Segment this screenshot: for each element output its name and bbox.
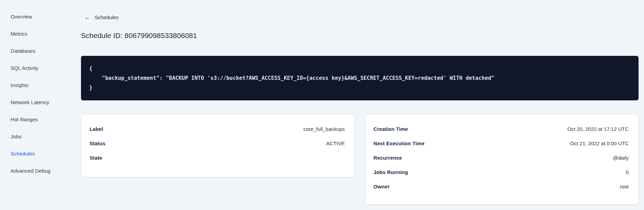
sidebar: Overview Metrics Databases SQL Activity …: [0, 0, 68, 210]
schedule-info-card: Label core_full_backups Status ACTIVE St…: [81, 114, 355, 177]
schedule-definition-code-block: { "backup_statement": "BACKUP INTO 's3:/…: [81, 56, 639, 100]
detail-label: Creation Time: [374, 126, 408, 132]
detail-label: Recurrence: [374, 155, 402, 161]
arrow-left-icon: ←: [84, 14, 90, 20]
sidebar-item-databases[interactable]: Databases: [0, 42, 68, 59]
sidebar-item-network-latency[interactable]: Network Latency: [0, 94, 68, 111]
detail-label: State: [90, 155, 102, 161]
detail-row-state: State: [90, 150, 345, 165]
sidebar-item-advanced-debug[interactable]: Advanced Debug: [0, 162, 68, 179]
detail-label: Jobs Running: [374, 169, 408, 175]
detail-label: Next Execution Time: [374, 140, 425, 146]
detail-row-next-execution-time: Next Execution Time Oct 21, 2022 at 0:00…: [374, 136, 629, 150]
detail-value: 0: [626, 169, 629, 175]
sidebar-item-schedules[interactable]: Schedules: [0, 145, 68, 162]
detail-value: Oct 20, 2022 at 17:12 UTC: [567, 126, 629, 132]
sidebar-item-metrics[interactable]: Metrics: [0, 25, 68, 42]
back-link-label: Schedules: [95, 14, 119, 20]
detail-label: Label: [90, 126, 103, 132]
detail-row-creation-time: Creation Time Oct 20, 2022 at 17:12 UTC: [374, 122, 629, 136]
detail-row-jobs-running: Jobs Running 0: [374, 165, 629, 179]
detail-row-status: Status ACTIVE: [90, 136, 345, 150]
code-line: {: [89, 64, 630, 73]
detail-label: Owner: [374, 184, 390, 189]
sidebar-item-jobs[interactable]: Jobs: [0, 128, 68, 145]
detail-row-recurrence: Recurrence @daily: [374, 150, 629, 165]
code-line: }: [89, 83, 630, 92]
page-title: Schedule ID: 806799098533806081: [81, 32, 197, 40]
sidebar-item-hot-ranges[interactable]: Hot Ranges: [0, 111, 68, 128]
detail-row-owner: Owner root: [374, 179, 629, 194]
detail-cards: Label core_full_backups Status ACTIVE St…: [81, 114, 639, 205]
code-line: "backup_statement": "BACKUP INTO 's3://b…: [89, 73, 630, 83]
detail-label: Status: [90, 140, 105, 146]
execution-info-card: Creation Time Oct 20, 2022 at 17:12 UTC …: [365, 114, 639, 205]
detail-value: core_full_backups: [304, 126, 345, 132]
detail-value: root: [620, 184, 629, 189]
detail-value: @daily: [613, 155, 629, 161]
detail-value: ACTIVE: [326, 140, 345, 146]
detail-value: Oct 21, 2022 at 0:00 UTC: [570, 140, 629, 146]
back-to-schedules-link[interactable]: ← Schedules: [84, 14, 119, 20]
sidebar-item-insights[interactable]: Insights: [0, 76, 68, 94]
sidebar-item-sql-activity[interactable]: SQL Activity: [0, 59, 68, 76]
sidebar-item-overview[interactable]: Overview: [0, 8, 68, 25]
detail-row-label: Label core_full_backups: [90, 122, 345, 136]
